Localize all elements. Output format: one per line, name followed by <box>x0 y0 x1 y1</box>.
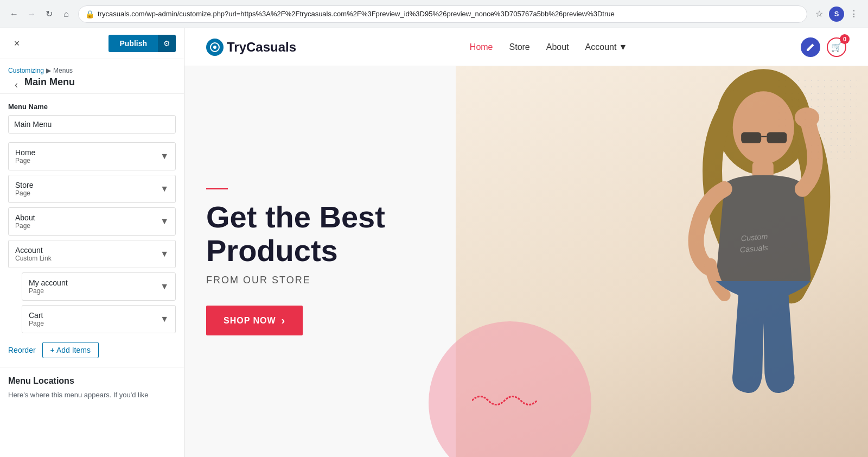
menu-item-store-left: Store Page <box>15 181 33 197</box>
menu-item-cart-type: Page <box>29 320 44 327</box>
menu-name-input[interactable] <box>8 115 176 134</box>
hero-accent-bar <box>206 188 228 189</box>
hero-title-line1: Get the Best <box>206 200 385 234</box>
menu-item-myaccount-type: Page <box>29 287 68 295</box>
nav-account[interactable]: Account ▼ <box>585 42 628 52</box>
menu-item-home-arrow: ▼ <box>160 151 169 161</box>
site-logo: TryCasuals <box>206 39 296 56</box>
forward-nav-button[interactable]: → <box>24 7 39 22</box>
cart-icon-symbol: 🛒 <box>831 42 842 52</box>
menu-item-store-type: Page <box>15 189 33 197</box>
hero-title-line2: Products <box>206 233 338 268</box>
svg-point-1 <box>213 46 216 49</box>
logo-svg <box>210 42 220 52</box>
menu-item-home-left: Home Page <box>15 148 35 164</box>
menu-actions: Reorder + Add Items <box>0 338 184 367</box>
section-nav: Customizing ▶ Menus ‹ Main Menu <box>0 59 184 94</box>
breadcrumb-home-link[interactable]: Customizing <box>8 67 44 74</box>
publish-button[interactable]: Publish <box>108 35 158 52</box>
preview-area: TryCasuals Home Store About Account ▼ <box>184 28 868 457</box>
menu-item-about-arrow: ▼ <box>160 217 169 226</box>
svg-rect-5 <box>767 132 787 143</box>
menu-item-cart-arrow: ▼ <box>160 314 169 324</box>
menu-item-myaccount-name: My account <box>29 278 68 287</box>
menu-item-cart[interactable]: Cart Page ▼ <box>22 305 176 333</box>
hero-content: Get the Best Products FROM OUR STORE SHO… <box>184 66 456 457</box>
back-nav-button[interactable]: ← <box>7 7 22 22</box>
squiggly-svg <box>472 390 537 411</box>
nav-home[interactable]: Home <box>470 42 493 52</box>
nav-account-label: Account <box>585 42 617 52</box>
breadcrumb-separator: ▶ <box>46 67 51 74</box>
svg-rect-4 <box>742 132 762 143</box>
browser-nav-buttons: ← → ↻ ⌂ <box>7 7 74 22</box>
menu-locations-section: Menu Locations Here's where this menu ap… <box>0 367 184 409</box>
menu-item-account-arrow: ▼ <box>160 249 169 259</box>
menu-items-list: Home Page ▼ Store Page ▼ About Page ▼ <box>0 142 184 338</box>
reload-button[interactable]: ↻ <box>41 7 56 22</box>
menu-item-home-type: Page <box>15 157 35 164</box>
menu-item-account-name: Account <box>15 246 52 255</box>
menu-item-home-name: Home <box>15 148 35 157</box>
more-options-button[interactable]: ⋮ <box>846 7 861 22</box>
cart-icon-button[interactable]: 🛒 0 <box>827 37 846 57</box>
shop-now-label: SHOP NOW <box>224 316 276 326</box>
menu-item-about[interactable]: About Page ▼ <box>8 207 176 236</box>
publish-gear-button[interactable]: ⚙ <box>158 35 176 52</box>
profile-avatar[interactable]: S <box>829 7 844 22</box>
app-container: × Publish ⚙ Customizing ▶ Menus ‹ Main M… <box>0 28 868 457</box>
back-button[interactable]: ‹ <box>8 77 24 93</box>
svg-point-3 <box>733 91 794 164</box>
edit-pencil-icon <box>806 43 815 52</box>
breadcrumb-current: Menus <box>53 67 73 74</box>
hero-image-area: Custom Casuals <box>456 66 868 457</box>
menu-item-about-left: About Page <box>15 213 35 230</box>
home-nav-button[interactable]: ⌂ <box>59 7 74 22</box>
menu-item-cart-left: Cart Page <box>29 311 44 327</box>
menu-item-about-name: About <box>15 213 35 222</box>
browser-actions: ☆ S ⋮ <box>812 7 861 22</box>
menu-item-store-name: Store <box>15 181 33 189</box>
add-items-button[interactable]: + Add Items <box>42 342 99 358</box>
edit-icon-button[interactable] <box>801 37 820 57</box>
logo-icon <box>206 39 224 56</box>
hero-subtitle: FROM OUR STORE <box>206 275 434 286</box>
nav-about[interactable]: About <box>546 42 569 52</box>
hero-section: Get the Best Products FROM OUR STORE SHO… <box>184 66 868 457</box>
svg-point-8 <box>795 107 819 128</box>
site-logo-text: TryCasuals <box>227 40 296 55</box>
bookmark-button[interactable]: ☆ <box>812 7 827 22</box>
menu-form: Menu Name <box>0 94 184 142</box>
menu-locations-desc: Here's where this menu appears. If you'd… <box>8 390 176 400</box>
breadcrumb: Customizing ▶ Menus <box>8 67 176 74</box>
close-customizer-button[interactable]: × <box>8 35 25 52</box>
menu-item-store-arrow: ▼ <box>160 184 169 194</box>
menu-item-account[interactable]: Account Custom Link ▼ <box>8 240 176 268</box>
customizer-header: × Publish ⚙ <box>0 28 184 59</box>
woman-figure-svg: Custom Casuals <box>680 66 847 457</box>
squiggly-decoration <box>472 390 537 414</box>
section-header: ‹ Main Menu <box>8 77 176 88</box>
site-nav: Home Store About Account ▼ <box>470 42 627 52</box>
menu-item-store[interactable]: Store Page ▼ <box>8 175 176 203</box>
nav-icons: 🛒 0 <box>801 37 846 57</box>
publish-group: Publish ⚙ <box>108 35 176 52</box>
menu-item-myaccount-arrow: ▼ <box>160 282 169 291</box>
menu-item-account-type: Custom Link <box>15 255 52 262</box>
website-header: TryCasuals Home Store About Account ▼ <box>184 28 868 66</box>
reorder-button[interactable]: Reorder <box>8 346 36 354</box>
menu-item-account-left: Account Custom Link <box>15 246 52 262</box>
hero-title: Get the Best Products <box>206 200 434 267</box>
nav-account-chevron: ▼ <box>618 42 627 52</box>
address-bar[interactable]: 🔒 trycasuals.com/wp-admin/customize.php?… <box>78 5 807 23</box>
menu-item-about-type: Page <box>15 222 35 230</box>
url-text: trycasuals.com/wp-admin/customize.php?ur… <box>98 10 800 18</box>
menu-name-label: Menu Name <box>8 103 176 111</box>
menu-item-cart-name: Cart <box>29 311 44 320</box>
menu-item-home[interactable]: Home Page ▼ <box>8 142 176 170</box>
shop-now-arrow: › <box>282 314 286 327</box>
cart-badge: 0 <box>840 34 850 44</box>
menu-item-myaccount[interactable]: My account Page ▼ <box>22 272 176 301</box>
shop-now-button[interactable]: SHOP NOW › <box>206 306 303 335</box>
nav-store[interactable]: Store <box>509 42 530 52</box>
